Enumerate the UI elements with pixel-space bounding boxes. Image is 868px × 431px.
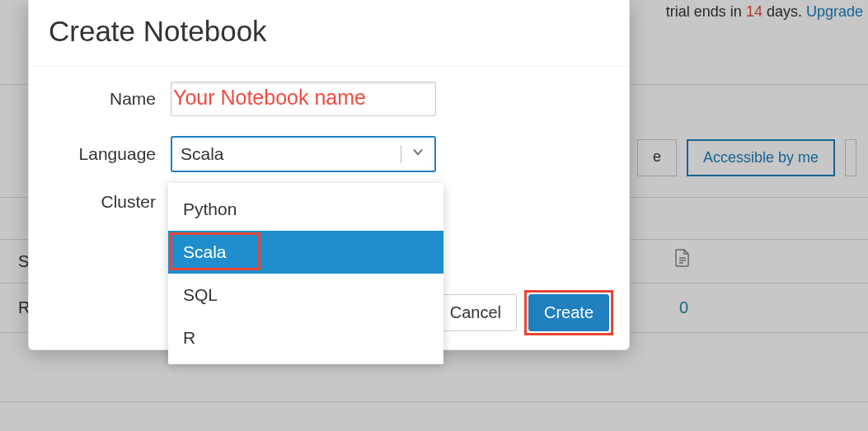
cluster-label: Cluster — [49, 192, 171, 212]
notebook-name-input[interactable] — [171, 82, 436, 116]
name-label: Name — [49, 89, 171, 109]
language-option-scala[interactable]: Scala — [168, 231, 443, 274]
dropdown-divider — [401, 145, 401, 163]
language-selected-value: Scala — [181, 144, 224, 164]
create-button[interactable]: Create — [528, 294, 609, 331]
language-option-scala-label: Scala — [183, 242, 227, 261]
language-options-list: Python Scala SQL R — [168, 183, 443, 364]
language-option-sql[interactable]: SQL — [168, 274, 443, 316]
chevron-down-icon — [411, 146, 425, 163]
cancel-button[interactable]: Cancel — [434, 294, 517, 331]
language-option-r[interactable]: R — [168, 316, 443, 359]
language-label: Language — [49, 144, 171, 164]
language-option-python[interactable]: Python — [168, 188, 443, 231]
modal-title: Create Notebook — [29, 0, 629, 67]
language-dropdown[interactable]: Scala — [171, 136, 436, 172]
create-button-label: Create — [544, 303, 594, 321]
